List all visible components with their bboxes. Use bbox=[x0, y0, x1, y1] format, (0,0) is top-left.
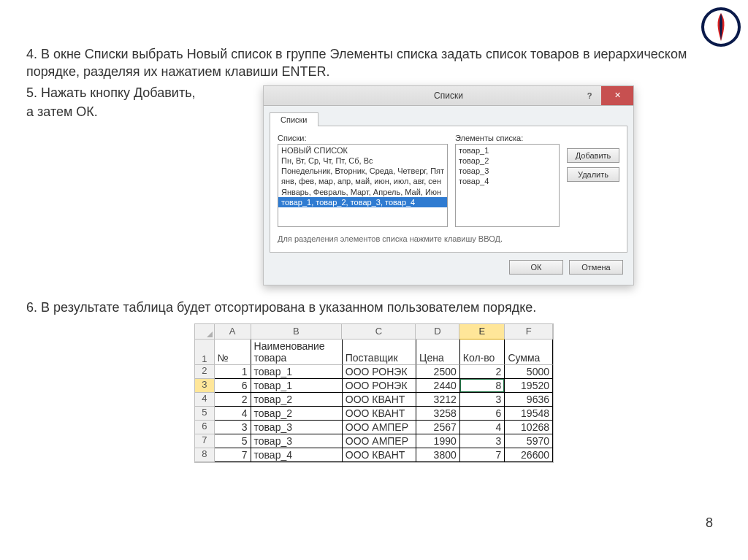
dialog-hint: Для разделения элементов списка нажмите … bbox=[278, 234, 619, 243]
cancel-button[interactable]: Отмена bbox=[569, 260, 623, 275]
cell[interactable]: ООО АМПЕР bbox=[343, 421, 416, 434]
tab-lists[interactable]: Списки bbox=[270, 112, 318, 126]
list-item[interactable]: Пн, Вт, Ср, Чт, Пт, Сб, Вс bbox=[278, 156, 447, 166]
elements-listbox[interactable]: товар_1 товар_2 товар_3 товар_4 bbox=[455, 144, 560, 227]
cell[interactable]: 3212 bbox=[416, 393, 460, 407]
ok-button[interactable]: ОК bbox=[509, 260, 563, 275]
row-header[interactable]: 2 bbox=[195, 365, 215, 379]
cell[interactable]: ООО КВАНТ bbox=[343, 393, 416, 407]
col-header-active[interactable]: E bbox=[459, 324, 505, 340]
cell[interactable]: Наименование товара bbox=[251, 340, 343, 365]
col-header[interactable]: D bbox=[416, 324, 459, 340]
page-number: 8 bbox=[706, 515, 713, 531]
row-header[interactable]: 5 bbox=[195, 407, 215, 421]
cell[interactable]: 2500 bbox=[416, 365, 460, 379]
active-cell[interactable]: 8 bbox=[460, 379, 505, 393]
cell[interactable]: товар_3 bbox=[251, 434, 343, 448]
cell[interactable]: Кол-во bbox=[460, 340, 505, 365]
element-item[interactable]: товар_2 bbox=[456, 156, 559, 166]
cell[interactable]: товар_4 bbox=[251, 448, 343, 462]
cell[interactable]: 3 bbox=[460, 434, 505, 448]
cell[interactable]: 1 bbox=[215, 365, 251, 379]
row-header[interactable]: 7 bbox=[195, 434, 215, 448]
cell[interactable]: 26600 bbox=[505, 448, 553, 462]
element-item[interactable]: товар_4 bbox=[456, 176, 559, 186]
cell[interactable]: 3258 bbox=[416, 407, 460, 421]
cell[interactable]: ООО РОНЭК bbox=[343, 379, 416, 393]
cell[interactable]: 2 bbox=[460, 365, 505, 379]
cell[interactable]: Поставщик bbox=[343, 340, 416, 365]
close-icon[interactable]: ✕ bbox=[601, 86, 633, 105]
excel-grid: A B C D E F 1 № Наименование товара Пост… bbox=[194, 323, 554, 463]
delete-button[interactable]: Удалить bbox=[567, 167, 619, 182]
add-button[interactable]: Добавить bbox=[567, 148, 619, 163]
col-header[interactable]: B bbox=[251, 324, 343, 340]
cell[interactable]: ООО АМПЕР bbox=[343, 434, 416, 448]
col-header[interactable]: C bbox=[342, 324, 416, 340]
cell[interactable]: 3 bbox=[460, 393, 505, 407]
cell[interactable]: 6 bbox=[215, 379, 251, 393]
row-header[interactable]: 6 bbox=[195, 421, 215, 434]
cell[interactable]: товар_1 bbox=[251, 365, 343, 379]
cell[interactable]: 2567 bbox=[416, 421, 460, 434]
cell[interactable]: 5000 bbox=[505, 365, 553, 379]
cell[interactable]: 3 bbox=[215, 421, 251, 434]
cell[interactable]: ООО КВАНТ bbox=[343, 407, 416, 421]
cell[interactable]: 1990 bbox=[416, 434, 460, 448]
cell[interactable]: 5 bbox=[215, 434, 251, 448]
col-header[interactable]: A bbox=[215, 324, 251, 340]
cell[interactable]: товар_2 bbox=[251, 407, 343, 421]
cell[interactable]: 19520 bbox=[505, 379, 553, 393]
cell[interactable]: Сумма bbox=[505, 340, 553, 365]
row-header[interactable]: 8 bbox=[195, 448, 215, 462]
cell[interactable]: ООО КВАНТ bbox=[343, 448, 416, 462]
row-header[interactable]: 4 bbox=[195, 393, 215, 407]
cell[interactable]: 2440 bbox=[416, 379, 460, 393]
cell[interactable]: № bbox=[215, 340, 251, 365]
step-4-text: 4. В окне Списки выбрать Новый список в … bbox=[26, 45, 722, 81]
cell[interactable]: 9636 bbox=[505, 393, 553, 407]
elements-label: Элементы списка: bbox=[455, 134, 560, 142]
col-header[interactable]: F bbox=[505, 324, 553, 340]
list-item[interactable]: Январь, Февраль, Март, Апрель, Май, Июн bbox=[278, 187, 447, 197]
cell[interactable]: 3800 bbox=[416, 448, 460, 462]
cell[interactable]: 4 bbox=[460, 421, 505, 434]
cell[interactable]: товар_3 bbox=[251, 421, 343, 434]
cell[interactable]: товар_2 bbox=[251, 393, 343, 407]
select-all-corner[interactable] bbox=[195, 324, 215, 340]
cell[interactable]: 5970 bbox=[505, 434, 553, 448]
row-header[interactable]: 1 bbox=[195, 340, 215, 365]
list-item[interactable]: Понедельник, Вторник, Среда, Четверг, Пя… bbox=[278, 166, 447, 176]
lists-dialog: Списки ? ✕ Списки Списки: НОВЫЙ СПИСОК bbox=[263, 85, 634, 285]
cell[interactable]: 2 bbox=[215, 393, 251, 407]
list-item[interactable]: НОВЫЙ СПИСОК bbox=[278, 145, 447, 156]
cell[interactable]: ООО РОНЭК bbox=[343, 365, 416, 379]
cell[interactable]: Цена bbox=[416, 340, 460, 365]
step-5a-text: 5. Нажать кнопку Добавить, bbox=[26, 84, 245, 101]
list-item[interactable]: янв, фев, мар, апр, май, июн, июл, авг, … bbox=[278, 176, 447, 186]
cell[interactable]: 4 bbox=[215, 407, 251, 421]
company-logo bbox=[701, 7, 741, 50]
lists-label: Списки: bbox=[278, 134, 448, 142]
lists-listbox[interactable]: НОВЫЙ СПИСОК Пн, Вт, Ср, Чт, Пт, Сб, Вс … bbox=[278, 144, 448, 227]
cell[interactable]: 10268 bbox=[505, 421, 553, 434]
cell[interactable]: 19548 bbox=[505, 407, 553, 421]
help-icon[interactable]: ? bbox=[578, 86, 601, 105]
element-item[interactable]: товар_1 bbox=[456, 145, 559, 156]
cell[interactable]: 6 bbox=[460, 407, 505, 421]
dialog-titlebar: Списки ? ✕ bbox=[264, 86, 633, 106]
cell[interactable]: товар_1 bbox=[251, 379, 343, 393]
list-item-selected[interactable]: товар_1, товар_2, товар_3, товар_4 bbox=[278, 197, 447, 207]
step-6-text: 6. В результате таблица будет отсортиров… bbox=[26, 299, 722, 316]
cell[interactable]: 7 bbox=[215, 448, 251, 462]
step-5b-text: а затем ОК. bbox=[26, 103, 245, 120]
element-item[interactable]: товар_3 bbox=[456, 166, 559, 176]
cell[interactable]: 7 bbox=[460, 448, 505, 462]
row-header-active[interactable]: 3 bbox=[195, 379, 215, 393]
